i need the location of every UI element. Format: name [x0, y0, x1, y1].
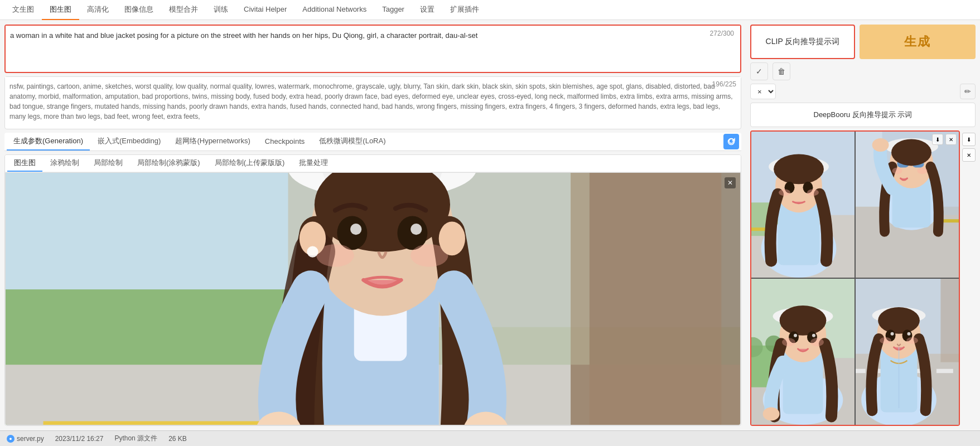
svg-rect-85: [940, 279, 959, 362]
input-image: [6, 173, 740, 425]
taskbar-filesize-text: 26 KB: [168, 435, 187, 443]
output-image-cell-3: [751, 279, 855, 425]
image-subtab-inpaint-upload[interactable]: 局部绘制(上传蒙版版): [208, 155, 292, 172]
svg-point-43: [807, 189, 819, 196]
taskbar-datetime-text: 2023/11/2 16:27: [55, 435, 104, 443]
svg-point-56: [872, 138, 889, 152]
svg-point-75: [782, 338, 795, 346]
tab-txt2img[interactable]: 文生图: [4, 0, 42, 20]
negative-prompt-input[interactable]: nsfw, paintings, cartoon, anime, sketche…: [5, 77, 741, 127]
svg-point-58: [917, 167, 927, 174]
subtab-checkpoints[interactable]: Checkpoints: [258, 134, 312, 150]
svg-rect-6: [590, 173, 721, 425]
subtab-hypernetworks[interactable]: 超网络(Hypernetworks): [168, 133, 257, 151]
download-button-side[interactable]: ⬇: [962, 133, 976, 146]
image-subtab-sketch[interactable]: 涂鸦绘制: [44, 155, 86, 172]
taskbar-filetype: Python 源文件: [114, 434, 157, 443]
positive-prompt-container: a woman in a white hat and blue jacket p…: [4, 25, 741, 73]
tab-extensions[interactable]: 扩展插件: [442, 0, 487, 20]
svg-point-76: [810, 338, 824, 346]
output-image-cell-1: [751, 132, 855, 278]
svg-point-42: [779, 189, 790, 196]
deepbooru-button[interactable]: DeepBooru 反向推导提示 示词: [750, 103, 976, 127]
output-panel: ⬇ ✕ ⬇ ✕: [750, 130, 976, 426]
generation-subtabs: 生成参数(Generation) 嵌入式(Embedding) 超网络(Hype…: [4, 133, 741, 151]
svg-point-94: [891, 332, 894, 336]
confirm-button[interactable]: ✓: [750, 62, 768, 80]
x-dropdown[interactable]: ×: [750, 84, 776, 99]
svg-point-91: [878, 307, 920, 334]
tab-train[interactable]: 训练: [206, 0, 236, 20]
output-image-grid: [751, 132, 959, 425]
image-subtab-batch[interactable]: 批量处理: [292, 155, 335, 172]
image-panel: 图生图 涂鸦绘制 局部绘制 局部绘制(涂鸦蒙版) 局部绘制(上传蒙版版) 批量处…: [4, 154, 741, 426]
image-subtab-inpaint[interactable]: 局部绘制: [87, 155, 129, 172]
output-image-area: ⬇ ✕: [750, 130, 960, 426]
svg-rect-84: [936, 369, 953, 373]
refresh-icon: [727, 137, 736, 146]
tab-hires[interactable]: 高清化: [79, 0, 117, 20]
right-panel: CLIP 反向推导提示词 生成 ✓ 🗑 × ✏ DeepBooru 反向推导提示…: [746, 20, 980, 430]
output-image-3: [751, 279, 855, 425]
svg-rect-81: [856, 369, 866, 373]
close-button-side[interactable]: ✕: [962, 148, 976, 162]
svg-point-97: [906, 337, 918, 344]
taskbar-filename: server.py: [17, 435, 44, 443]
generate-button[interactable]: 生成: [860, 25, 976, 59]
tab-civitai[interactable]: Civitai Helper: [236, 1, 295, 19]
svg-point-55: [891, 139, 931, 166]
left-panel: a woman in a white hat and blue jacket p…: [0, 20, 746, 430]
top-navigation: 文生图 图生图 高清化 图像信息 模型合并 训练 Civitai Helper …: [0, 0, 980, 20]
svg-point-77: [763, 408, 780, 421]
svg-point-27: [307, 246, 318, 257]
x-option-row: × ✏: [750, 84, 976, 99]
edit-button[interactable]: ✏: [960, 84, 976, 99]
close-image-button[interactable]: ✕: [725, 177, 736, 188]
svg-point-57: [892, 167, 902, 174]
delete-button[interactable]: 🗑: [773, 62, 790, 80]
clip-button[interactable]: CLIP 反向推导提示词: [750, 25, 855, 59]
image-subtab-inpaint-sketch[interactable]: 局部绘制(涂鸦蒙版): [131, 155, 207, 172]
subtab-embedding[interactable]: 嵌入式(Embedding): [91, 133, 167, 151]
tab-merge[interactable]: 模型合并: [161, 0, 206, 20]
svg-point-26: [439, 222, 465, 256]
svg-point-39: [774, 154, 824, 184]
svg-point-22: [411, 224, 422, 235]
close-output-button[interactable]: ✕: [945, 134, 957, 145]
tab-additional-networks[interactable]: Additional Networks: [295, 1, 374, 19]
taskbar: ● server.py 2023/11/2 16:27 Python 源文件 2…: [0, 430, 980, 446]
output-image-cell-4: [856, 279, 959, 425]
subtab-lora[interactable]: 低秩微调模型(LoRA): [312, 133, 392, 151]
tab-imginfo[interactable]: 图像信息: [117, 0, 161, 20]
subtab-generation[interactable]: 生成参数(Generation): [7, 133, 90, 151]
output-image-2: [856, 132, 959, 278]
svg-point-70: [780, 306, 827, 336]
svg-point-74: [812, 334, 815, 337]
output-image-4: [856, 279, 959, 425]
output-image-cell-2: [856, 132, 959, 278]
output-controls: ⬇ ✕: [932, 134, 957, 145]
svg-point-73: [794, 334, 797, 337]
taskbar-filesize: 26 KB: [168, 435, 187, 443]
tab-img2img[interactable]: 图生图: [42, 0, 79, 20]
negative-prompt-counter: 196/225: [712, 80, 736, 88]
positive-prompt-counter: 272/300: [708, 29, 736, 38]
refresh-button[interactable]: [723, 134, 739, 149]
svg-point-21: [350, 224, 361, 235]
positive-prompt-input[interactable]: a woman in a white hat and blue jacket p…: [6, 26, 740, 70]
action-icon-row: ✓ 🗑: [750, 62, 976, 80]
svg-point-95: [907, 332, 911, 336]
tab-tagger[interactable]: Tagger: [374, 1, 412, 19]
tab-settings[interactable]: 设置: [412, 0, 442, 20]
download-output-button[interactable]: ⬇: [932, 134, 943, 145]
svg-point-96: [880, 337, 891, 344]
image-subtab-img2img[interactable]: 图生图: [7, 155, 42, 172]
negative-prompt-container: 196/225 nsfw, paintings, cartoon, anime,…: [4, 76, 741, 129]
top-right-actions: CLIP 反向推导提示词 生成: [750, 25, 976, 59]
taskbar-filetype-text: Python 源文件: [114, 434, 157, 443]
main-content: a woman in a white hat and blue jacket p…: [0, 20, 980, 430]
taskbar-datetime: 2023/11/2 16:27: [55, 435, 104, 443]
right-controls-column: ⬇ ✕: [962, 130, 976, 426]
generated-image-display: ✕: [5, 172, 741, 425]
taskbar-file: ● server.py: [7, 435, 44, 443]
